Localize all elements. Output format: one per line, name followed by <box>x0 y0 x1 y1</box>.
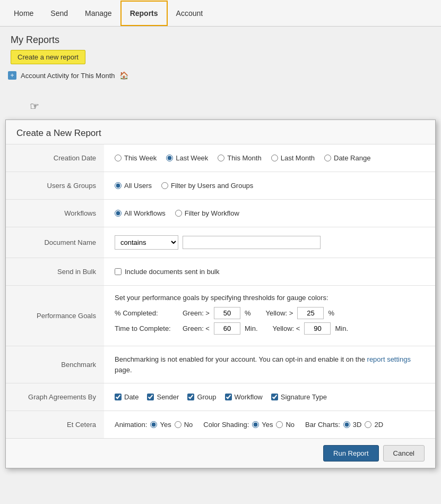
page-background: My Reports Create a new report ☞ + Accou… <box>0 27 441 504</box>
document-name-input[interactable] <box>183 236 321 249</box>
radio-last-month-input[interactable] <box>271 155 278 161</box>
radio-all-users[interactable]: All Users <box>115 182 152 190</box>
animation-label: Animation: <box>115 421 147 429</box>
creation-date-label: Creation Date <box>6 144 104 172</box>
my-reports-header: My Reports Create a new report <box>0 27 441 67</box>
users-groups-options: All Users Filter by Users and Groups <box>104 172 435 200</box>
workflows-label: Workflows <box>6 200 104 227</box>
nav-reports[interactable]: Reports <box>120 1 168 26</box>
graph-agreements-label: Graph Agreements By <box>6 383 104 411</box>
radio-animation-no-input[interactable] <box>175 421 181 428</box>
nav-account[interactable]: Account <box>168 2 212 25</box>
create-new-report-button[interactable]: Create a new report <box>11 50 85 64</box>
pct-yellow-input[interactable] <box>297 307 324 319</box>
radio-all-users-label: All Users <box>124 182 152 190</box>
time-complete-text: Time to Complete: <box>115 324 178 332</box>
radio-this-week-input[interactable] <box>115 155 122 161</box>
checkbox-workflow-label[interactable]: Workflow <box>225 393 263 401</box>
time-yellow-label: Yellow: < <box>273 324 300 332</box>
account-activity-label: Account Activity for This Month <box>21 72 115 80</box>
radio-date-range[interactable]: Date Range <box>324 154 370 162</box>
checkbox-sender-label[interactable]: Sender <box>147 393 179 401</box>
pct-yellow-label: Yellow: > <box>266 309 293 317</box>
checkbox-workflow[interactable] <box>225 394 232 400</box>
radio-bar-2d-input[interactable] <box>365 421 371 428</box>
radio-this-week[interactable]: This Week <box>115 154 157 162</box>
form-table: Creation Date This Week Last Week <box>6 144 435 438</box>
radio-last-week[interactable]: Last Week <box>166 154 208 162</box>
radio-filter-workflow-input[interactable] <box>175 210 182 217</box>
cancel-button[interactable]: Cancel <box>383 445 425 462</box>
expand-icon[interactable]: + <box>8 71 16 80</box>
checkbox-group-label[interactable]: Group <box>187 393 216 401</box>
creation-date-options: This Week Last Week This Month Last <box>104 144 435 172</box>
send-in-bulk-checkbox[interactable] <box>115 268 122 275</box>
checkbox-sender-text: Sender <box>157 393 179 401</box>
nav-manage[interactable]: Manage <box>76 2 120 25</box>
radio-this-month-label: This Month <box>227 154 261 162</box>
animation-group: Animation: Yes No <box>115 421 193 429</box>
report-settings-link[interactable]: report settings <box>367 355 411 363</box>
checkbox-date[interactable] <box>115 394 122 400</box>
radio-color-shading-yes-input[interactable] <box>252 421 259 428</box>
document-name-row: Document Name contains starts with equal… <box>6 227 435 258</box>
home-icon[interactable]: 🏠 <box>119 71 128 80</box>
checkbox-date-label[interactable]: Date <box>115 393 139 401</box>
send-in-bulk-checkbox-label[interactable]: Include documents sent in bulk <box>115 268 425 276</box>
time-yellow-unit: Min. <box>335 324 348 332</box>
radio-filter-users-groups[interactable]: Filter by Users and Groups <box>161 182 253 190</box>
radio-color-shading-yes[interactable]: Yes <box>252 421 273 429</box>
checkbox-group-text: Group <box>197 393 216 401</box>
checkbox-sender[interactable] <box>147 394 154 400</box>
radio-bar-3d-input[interactable] <box>343 421 350 428</box>
performance-goals-row: Performance Goals Set your performance g… <box>6 286 435 346</box>
radio-bar-3d[interactable]: 3D <box>343 421 362 429</box>
radio-color-shading-no-input[interactable] <box>276 421 283 428</box>
graph-agreements-row: Graph Agreements By Date Sender <box>6 383 435 411</box>
radio-date-range-label: Date Range <box>334 154 370 162</box>
animation-no-text: No <box>184 421 193 429</box>
nav-home[interactable]: Home <box>5 2 42 25</box>
contains-select[interactable]: contains starts with equals <box>115 235 178 250</box>
users-groups-row: Users & Groups All Users Filter by Users… <box>6 172 435 200</box>
navbar: Home Send Manage Reports Account <box>0 0 441 27</box>
radio-all-workflows[interactable]: All Workflows <box>115 209 166 217</box>
color-shading-label: Color Shading: <box>203 421 249 429</box>
radio-last-month[interactable]: Last Month <box>271 154 315 162</box>
checkbox-group[interactable] <box>187 394 194 400</box>
radio-all-users-input[interactable] <box>115 182 122 189</box>
checkbox-signature-type-text: Signature Type <box>281 393 327 401</box>
radio-date-range-input[interactable] <box>324 155 331 161</box>
radio-filter-users-groups-input[interactable] <box>161 182 168 189</box>
pct-green-input[interactable] <box>214 307 240 319</box>
radio-animation-no[interactable]: No <box>175 421 193 429</box>
radio-this-week-label: This Week <box>124 154 157 162</box>
bar-charts-label: Bar Charts: <box>305 421 340 429</box>
radio-animation-yes[interactable]: Yes <box>150 421 171 429</box>
run-report-button[interactable]: Run Report <box>323 445 378 462</box>
workflows-options: All Workflows Filter by Workflow <box>104 200 435 227</box>
radio-filter-workflow[interactable]: Filter by Workflow <box>175 209 239 217</box>
send-in-bulk-row: Send in Bulk Include documents sent in b… <box>6 258 435 286</box>
radio-this-month-input[interactable] <box>218 155 224 161</box>
workflows-row: Workflows All Workflows Filter by Workfl… <box>6 200 435 227</box>
perf-goals-description: Set your performance goals by specifying… <box>115 294 425 302</box>
checkbox-signature-type-label[interactable]: Signature Type <box>271 393 327 401</box>
document-name-label: Document Name <box>6 227 104 258</box>
send-in-bulk-content: Include documents sent in bulk <box>104 258 435 286</box>
radio-bar-2d[interactable]: 2D <box>365 421 383 429</box>
radio-last-month-label: Last Month <box>281 154 315 162</box>
time-green-input[interactable] <box>214 322 240 335</box>
checkbox-signature-type[interactable] <box>271 394 278 400</box>
performance-goals-label: Performance Goals <box>6 286 104 346</box>
radio-color-shading-no[interactable]: No <box>276 421 295 429</box>
radio-all-workflows-input[interactable] <box>115 210 122 217</box>
account-activity-row: + Account Activity for This Month 🏠 <box>0 67 441 84</box>
page-title: My Reports <box>11 35 430 46</box>
et-cetera-label: Et Cetera <box>6 411 104 439</box>
nav-send[interactable]: Send <box>42 2 76 25</box>
time-yellow-input[interactable] <box>304 322 331 335</box>
radio-last-week-input[interactable] <box>166 155 173 161</box>
radio-this-month[interactable]: This Month <box>218 154 261 162</box>
radio-animation-yes-input[interactable] <box>150 421 157 428</box>
